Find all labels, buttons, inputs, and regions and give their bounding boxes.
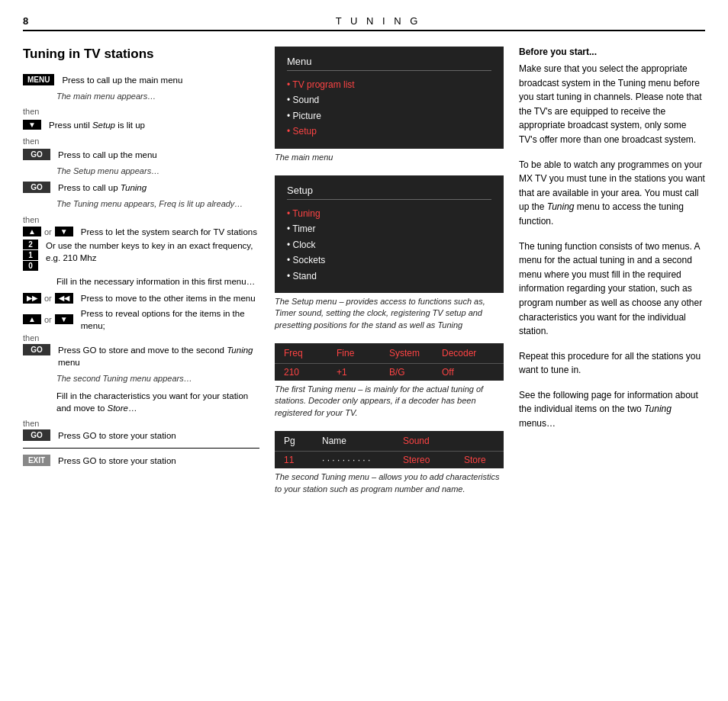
main-menu-title: Menu [287,56,491,71]
st-header-pg: Pg [284,436,307,446]
back-button[interactable]: ◀◀ [55,293,73,304]
middle-column: Menu • TV program list • Sound • Picture… [275,47,504,507]
main-menu-caption: The main menu [275,152,504,163]
step-go-final-text: Press GO to store your station [58,429,259,442]
main-menu-item-3: • Picture [287,108,491,124]
tuning-val-decoder: Off [442,367,494,378]
st-header-store [464,436,494,446]
step-fill-info: Fill in the necessary information in thi… [23,275,259,288]
go-button-2[interactable]: GO [23,182,50,193]
step-go-final: GO Press GO to store your station [23,429,259,442]
step-setup-text: Press until Setup is lit up [49,119,259,131]
step-go1-text: Press to call up the menu [58,149,259,161]
num-1[interactable]: 1 [23,250,38,260]
main-menu-item-4: • Setup [287,124,491,139]
down-arrow-1[interactable]: ▼ [23,120,41,130]
down-arrow-3[interactable]: ▼ [55,314,73,324]
left-column: Tuning in TV stations MENU Press to call… [23,47,259,507]
st-header-name: Name [322,436,388,446]
main-menu-box: Menu • TV program list • Sound • Picture… [275,47,504,149]
tuning2-caption: The second Tuning menu – allows you to a… [275,471,504,495]
tuning-val-fine: +1 [337,367,389,378]
then-label-2: then [23,137,259,146]
step-number-keys: 2 1 0 Or use the number keys to key in a… [23,240,259,271]
or-label-2: or [44,294,52,303]
then-label-4: then [23,333,259,342]
content-area: Tuning in TV stations MENU Press to call… [23,47,705,507]
step-numkeys-text: Or use the number keys to key in an exac… [46,240,259,264]
tuning-table-row: 210 +1 B/G Off [275,364,504,381]
setup-menu-item-4: • Sockets [287,252,491,268]
tuning-header-freq: Freq [284,348,337,359]
before-start-text: Make sure that you select the appropriat… [519,62,705,147]
page-number: 8 [23,15,28,27]
tuning-table-1: Freq Fine System Decoder 210 +1 B/G Off [275,343,504,381]
right-para1: To be able to watch any programmes on yo… [519,158,705,229]
tuning-header-system: System [389,348,442,359]
page-title: T U N I N G [51,15,705,27]
num-2[interactable]: 2 [23,240,38,249]
step-fwd-back: ▶▶ or ◀◀ Press to move to the other item… [23,292,259,304]
main-menu-item-2: • Sound [287,92,491,108]
st-header-sound: Sound [403,436,449,446]
step-fill-char: Fill in the characteristics you want for… [23,390,259,414]
right-para4: See the following page for information a… [519,388,705,431]
setup-menu-item-3: • Clock [287,237,491,252]
tuning-val-freq: 210 [284,367,337,378]
setup-menu-item-5: • Stand [287,269,491,284]
menu-button[interactable]: MENU [23,74,54,85]
step-setup-appears: The Setup menu appears… [56,166,259,177]
divider [23,448,259,449]
step-search-text: Press to let the system search for TV st… [81,226,259,238]
go-button-4[interactable]: GO [23,429,50,441]
down-arrow-2[interactable]: ▼ [55,227,73,236]
or-label-3: or [44,315,52,324]
exit-button[interactable]: EXIT [23,455,50,466]
step-go-store: GO Press GO to store and move to the sec… [23,344,259,368]
step-tuning-appears: The Tuning menu appears, Freq is lit up … [56,198,259,210]
step-fillchar-text: Fill in the characteristics you want for… [56,390,259,414]
tuning-header-decoder: Decoder [442,348,494,359]
tuning-val-system: B/G [389,367,442,378]
right-para3: Repeat this procedure for all the statio… [519,349,705,378]
setup-menu-box: Setup • Tuning • Timer • Clock • Sockets… [275,175,504,293]
second-tuning-row: 11 · · · · · · · · · · Stereo Store [275,452,504,468]
second-tuning-header: Pg Name Sound [275,431,504,452]
fwd-button[interactable]: ▶▶ [23,293,41,304]
step-second-appears: The second Tuning menu appears… [56,373,259,384]
tuning-table-header: Freq Fine System Decoder [275,343,504,364]
st-val-pg: 11 [284,455,307,465]
step-go-1: GO Press to call up the menu [23,149,259,161]
step-go-store-text: Press GO to store and move to the second… [58,344,259,368]
step-fill-text: Fill in the necessary information in thi… [56,275,259,288]
main-menu-item-1: • TV program list [287,77,491,92]
then-label-5: then [23,419,259,428]
go-button-1[interactable]: GO [23,149,50,160]
setup-menu-caption: The Setup menu – provides access to func… [275,296,504,331]
step-options: ▲ or ▼ Press to reveal options for the i… [23,307,259,332]
st-val-name: · · · · · · · · · · [322,455,388,465]
up-arrow-1[interactable]: ▲ [23,227,41,236]
go-button-3[interactable]: GO [23,344,50,355]
then-label-3: then [23,215,259,224]
step-exit: EXIT Press GO to store your station [23,455,259,467]
step-menu-italic: The main menu appears… [56,91,259,102]
step-arrows-search: ▲ or ▼ Press to let the system search fo… [23,226,259,238]
step-options-text: Press to reveal options for the items in… [81,307,259,332]
tuning-table-2: Pg Name Sound 11 · · · · · · · · · · Ste… [275,431,504,468]
setup-menu-item-1: • Tuning [287,206,491,221]
step-fwdback-text: Press to move to the other items in the … [81,292,259,304]
tuning1-caption: The first Tuning menu – is mainly for th… [275,384,504,419]
before-start-label: Before you start... [519,47,705,57]
step-go-tuning-text: Press to call up Tuning [58,182,259,194]
st-val-store: Store [464,455,494,465]
section-title: Tuning in TV stations [23,47,259,62]
page-header: 8 T U N I N G [23,15,705,31]
step-menu-text: Press to call up the main menu [62,74,259,86]
page-container: 8 T U N I N G Tuning in TV stations MENU… [0,0,728,701]
or-label-1: or [44,227,52,236]
num-0[interactable]: 0 [23,261,38,271]
setup-menu-item-2: • Timer [287,221,491,236]
up-arrow-2[interactable]: ▲ [23,314,41,324]
step-menu: MENU Press to call up the main menu [23,74,259,86]
